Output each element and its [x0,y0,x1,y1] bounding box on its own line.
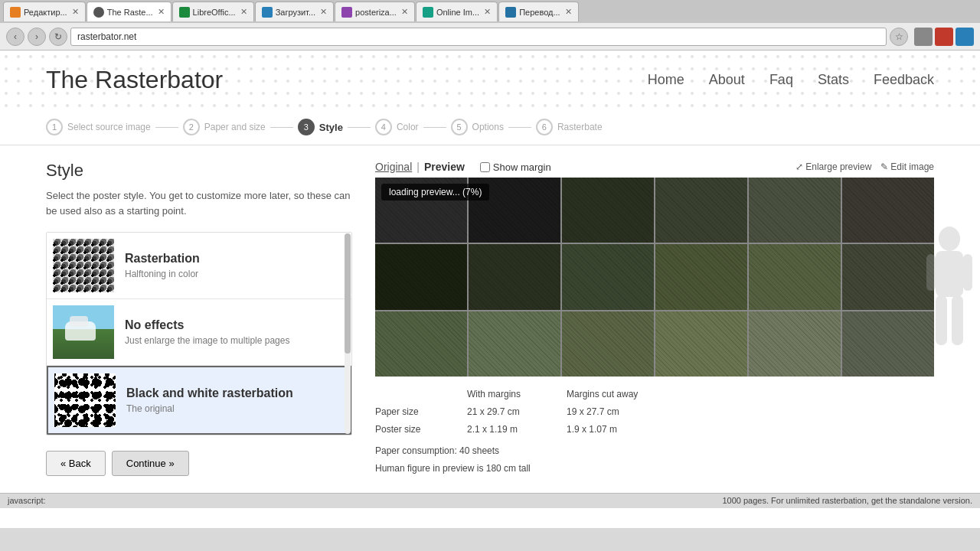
step-1-num: 1 [46,119,63,135]
preview-header: Original | Preview Show margin ⤢ Enlarge… [375,161,934,173]
tab-6[interactable]: Online Im... ✕ [416,2,498,21]
tab-1[interactable]: Редактир... ✕ [3,2,86,21]
loading-text: loading preview... (7%) [389,187,482,197]
step-6[interactable]: 6 Rasterbate [536,119,603,135]
style-option-bw[interactable]: Black and white rasterbation The origina… [47,366,351,435]
nav-feedback[interactable]: Feedback [874,72,934,88]
grid-cell-12 [842,244,934,309]
preview-image: loading preview... (7%) [375,178,934,377]
tab-label-5: posteriza... [355,8,397,17]
style-info-noeffects: No effects Just enlarge the image to mul… [125,318,345,346]
tab-close-6[interactable]: ✕ [484,7,491,17]
show-margin-checkbox[interactable] [480,162,490,172]
style-option-rasterbation[interactable]: Rasterbation Halftoning in color [47,233,351,299]
back-button[interactable]: « Back [46,451,106,476]
edit-image-link[interactable]: ✎ Edit image [880,161,934,172]
step-5-label: Options [472,122,504,132]
tab-3[interactable]: LibreOffic... ✕ [172,2,254,21]
extension-btn-1[interactable] [914,28,933,46]
step-2-num: 2 [183,119,200,135]
tab-close-3[interactable]: ✕ [240,7,247,17]
tab-preview[interactable]: Preview [424,161,465,173]
tab-close-1[interactable]: ✕ [72,7,79,17]
grid-cell-18 [842,311,934,377]
nav-stats[interactable]: Stats [818,72,849,88]
address-bar[interactable]: rasterbator.net [70,28,887,46]
stats-paper-size-label: Paper size [375,403,467,421]
step-5-num: 5 [451,119,468,135]
continue-button[interactable]: Continue » [112,451,189,476]
tab-original[interactable]: Original [375,161,412,173]
step-3-num: 3 [298,119,315,135]
tab-close-2[interactable]: ✕ [158,7,165,17]
tab-close-7[interactable]: ✕ [565,7,572,17]
stats-table: With margins Margins cut away Paper size… [375,386,934,438]
panel-title: Style [46,161,352,181]
enlarge-preview-link[interactable]: ⤢ Enlarge preview [795,161,871,172]
preview-actions: ⤢ Enlarge preview ✎ Edit image [795,161,934,172]
tab-close-5[interactable]: ✕ [401,7,408,17]
tab-label-6: Online Im... [436,8,479,17]
style-thumb-bw [54,373,116,427]
svg-rect-3 [936,251,963,297]
style-desc-noeffects: Just enlarge the image to multiple pages [125,335,345,346]
back-button[interactable]: ‹ [6,28,24,46]
grid-cell-17 [749,311,841,377]
browser-window: Редактир... ✕ The Raste... ✕ LibreOffic.… [0,0,980,551]
tab-close-4[interactable]: ✕ [320,7,327,17]
tab-favicon-6 [423,7,433,18]
reload-button[interactable]: ↻ [49,28,67,46]
scrollbar-thumb [345,233,351,354]
tab-7[interactable]: Перевод... ✕ [498,2,578,21]
step-5[interactable]: 5 Options [451,119,504,135]
nav-faq[interactable]: Faq [769,72,793,88]
step-divider-3 [348,127,371,128]
style-info-bw: Black and white rasterbation The origina… [126,386,344,414]
tab-favicon-5 [341,7,352,18]
enlarge-preview-text: Enlarge preview [805,161,871,172]
step-divider-2 [270,127,293,128]
tab-label-4: Загрузит... [276,8,315,17]
step-1[interactable]: 1 Select source image [46,119,151,135]
extension-btn-3[interactable] [956,28,974,46]
site-title: The Rasterbator [46,66,223,94]
stats-poster-size-label: Poster size [375,421,467,439]
tab-4[interactable]: Загрузит... ✕ [255,2,334,21]
bookmark-button[interactable]: ☆ [890,28,908,46]
forward-button[interactable]: › [28,28,46,46]
tab-5[interactable]: posteriza... ✕ [335,2,415,21]
step-4[interactable]: 4 Color [375,119,419,135]
main-content: Style Select the poster style. You get t… [0,145,980,493]
preview-tab-sep: | [416,161,420,173]
nav-about[interactable]: About [709,72,745,88]
tab-2[interactable]: The Raste... ✕ [87,2,172,21]
stats-paper-size-without: 19 x 27.7 cm [567,403,666,421]
loading-overlay: loading preview... (7%) [381,184,489,201]
style-list: Rasterbation Halftoning in color [46,232,352,435]
preview-wrapper: loading preview... (7%) [375,178,934,377]
extension-btn-2[interactable] [935,28,953,46]
style-name-noeffects: No effects [125,318,345,332]
style-thumb-noeffects [53,305,114,359]
style-option-noeffects[interactable]: No effects Just enlarge the image to mul… [47,299,351,366]
edit-icon: ✎ [880,161,888,172]
tab-favicon-3 [179,7,190,18]
step-4-label: Color [397,122,419,132]
step-2[interactable]: 2 Paper and size [183,119,266,135]
preview-tabs: Original | Preview Show margin [375,161,551,173]
step-3[interactable]: 3 Style [298,119,343,135]
grid-cell-6 [842,178,934,243]
style-info-rasterbation: Rasterbation Halftoning in color [125,252,345,279]
tab-favicon-1 [10,7,21,18]
tab-label-7: Перевод... [519,8,560,17]
style-desc-bw: The original [126,403,344,414]
style-list-scrollbar[interactable] [345,233,351,434]
tab-label-2: The Raste... [107,8,153,17]
browser-tab-bar: Редактир... ✕ The Raste... ✕ LibreOffic.… [0,0,980,23]
page-content: The Rasterbator Home About Faq Stats Fee… [0,51,980,528]
step-divider-1 [155,127,178,128]
show-margin-label[interactable]: Show margin [480,161,551,173]
nav-home[interactable]: Home [648,72,684,88]
step-6-label: Rasterbate [557,122,603,132]
preview-stats: With margins Margins cut away Paper size… [375,386,934,478]
